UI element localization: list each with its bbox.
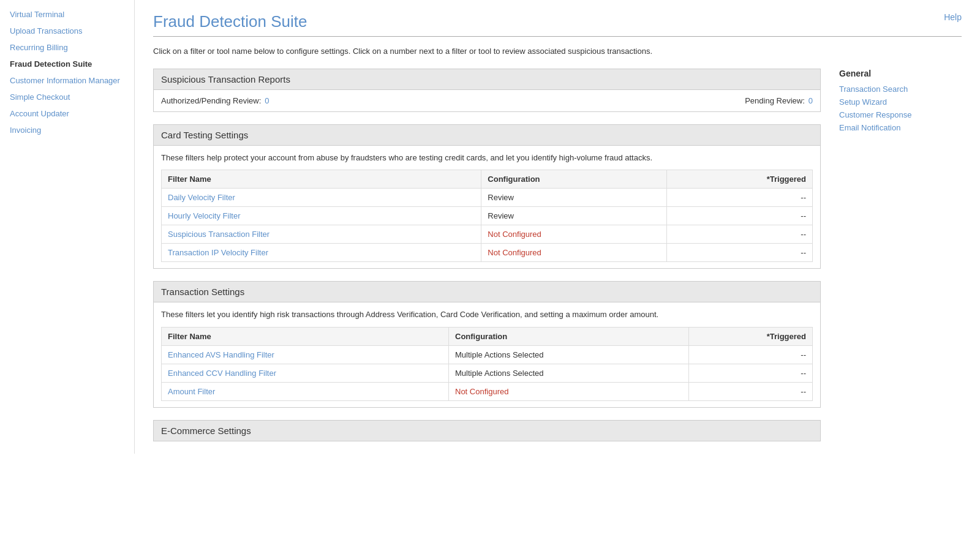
table-row: Suspicious Transaction Filter Not Config… — [162, 225, 813, 244]
txn-col-configuration-header: Configuration — [449, 327, 689, 345]
ecommerce-settings-section: E-Commerce Settings — [153, 420, 821, 441]
authorized-pending: Authorized/Pending Review: 0 — [161, 96, 270, 105]
col-triggered-header: *Triggered — [666, 170, 812, 189]
transaction-settings-section: Transaction Settings These filters let y… — [153, 281, 821, 408]
filter-link[interactable]: Enhanced CCV Handling Filter — [168, 369, 276, 378]
table-row: Hourly Velocity Filter Review -- — [162, 207, 813, 225]
pending-row: Authorized/Pending Review: 0 Pending Rev… — [154, 90, 820, 111]
table-row: Daily Velocity Filter Review -- — [162, 189, 813, 207]
txn-col-triggered-header: *Triggered — [689, 327, 813, 345]
col-filter-name-header: Filter Name — [162, 170, 481, 189]
main-content: Fraud Detection Suite Help Click on a fi… — [135, 0, 980, 454]
sidebar: Virtual TerminalUpload TransactionsRecur… — [0, 0, 135, 454]
table-row: Transaction IP Velocity Filter Not Confi… — [162, 244, 813, 262]
page-title: Fraud Detection Suite — [153, 12, 307, 31]
sidebar-item-customer-information-manager[interactable]: Customer Information Manager — [0, 72, 134, 89]
pending-value[interactable]: 0 — [809, 96, 813, 105]
authorized-label: Authorized/Pending Review: — [161, 96, 261, 105]
sidebar-item-simple-checkout[interactable]: Simple Checkout — [0, 89, 134, 105]
right-panel-title: General — [839, 69, 962, 78]
table-row: Enhanced CCV Handling Filter Multiple Ac… — [162, 364, 813, 382]
table-row: Amount Filter Not Configured -- — [162, 382, 813, 400]
sidebar-item-virtual-terminal[interactable]: Virtual Terminal — [0, 6, 134, 23]
transaction-settings-table: Filter Name Configuration *Triggered Enh… — [161, 327, 813, 401]
right-panel-link-email-notification[interactable]: Email Notification — [839, 123, 962, 132]
right-panel-link-transaction-search[interactable]: Transaction Search — [839, 84, 962, 94]
pending-label: Pending Review: — [745, 96, 805, 105]
filter-link[interactable]: Suspicious Transaction Filter — [168, 230, 270, 239]
title-divider — [153, 36, 962, 37]
right-panel: General Transaction SearchSetup WizardCu… — [839, 69, 962, 441]
sidebar-item-invoicing[interactable]: Invoicing — [0, 122, 134, 138]
sidebar-item-fraud-detection-suite: Fraud Detection Suite — [0, 56, 134, 72]
sidebar-item-upload-transactions[interactable]: Upload Transactions — [0, 23, 134, 39]
suspicious-reports-header: Suspicious Transaction Reports — [153, 69, 821, 90]
help-link[interactable]: Help — [944, 12, 962, 22]
filter-link[interactable]: Transaction IP Velocity Filter — [168, 248, 268, 257]
filter-link[interactable]: Daily Velocity Filter — [168, 193, 235, 202]
right-panel-link-setup-wizard[interactable]: Setup Wizard — [839, 97, 962, 107]
ecommerce-settings-header: E-Commerce Settings — [153, 420, 821, 441]
sidebar-item-account-updater[interactable]: Account Updater — [0, 105, 134, 122]
intro-text: Click on a filter or tool name below to … — [153, 45, 962, 58]
card-testing-header: Card Testing Settings — [153, 124, 821, 146]
sidebar-item-recurring-billing[interactable]: Recurring Billing — [0, 39, 134, 56]
transaction-settings-header: Transaction Settings — [153, 281, 821, 302]
pending-review: Pending Review: 0 — [745, 96, 813, 105]
filter-link[interactable]: Hourly Velocity Filter — [168, 211, 240, 220]
col-configuration-header: Configuration — [481, 170, 667, 189]
filter-link[interactable]: Amount Filter — [168, 387, 215, 396]
content-area: Suspicious Transaction Reports Authorize… — [153, 69, 821, 441]
card-testing-section: Card Testing Settings These filters help… — [153, 124, 821, 269]
table-row: Enhanced AVS Handling Filter Multiple Ac… — [162, 345, 813, 364]
card-testing-table: Filter Name Configuration *Triggered Dai… — [161, 170, 813, 262]
transaction-settings-description: These filters let you identify high risk… — [161, 309, 813, 321]
filter-link[interactable]: Enhanced AVS Handling Filter — [168, 350, 274, 359]
suspicious-reports-section: Suspicious Transaction Reports Authorize… — [153, 69, 821, 112]
card-testing-description: These filters help protect your account … — [161, 152, 813, 164]
authorized-value[interactable]: 0 — [265, 96, 269, 105]
right-panel-link-customer-response[interactable]: Customer Response — [839, 110, 962, 119]
txn-col-filter-name-header: Filter Name — [162, 327, 449, 345]
